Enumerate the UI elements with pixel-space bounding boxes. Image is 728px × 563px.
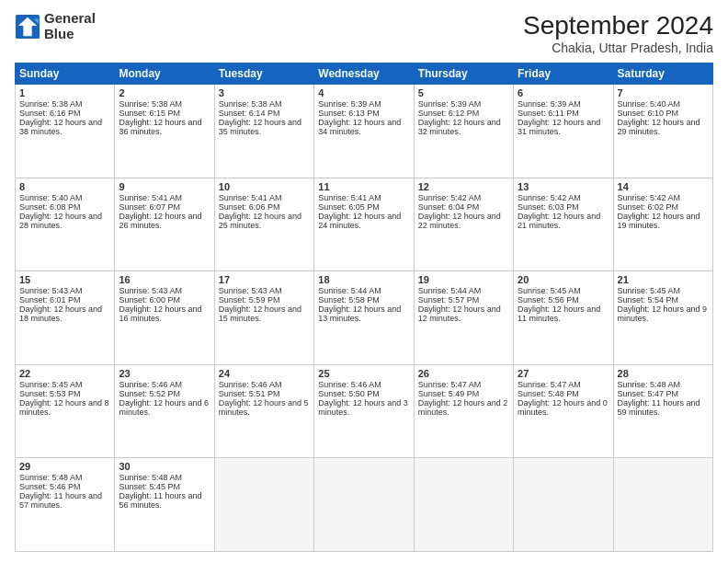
col-saturday: Saturday [613, 63, 712, 85]
sunset-text: Sunset: 6:11 PM [518, 109, 579, 118]
day-cell-10: 10 Sunrise: 5:41 AM Sunset: 6:06 PM Dayl… [214, 178, 313, 271]
day-cell-4: 4 Sunrise: 5:39 AM Sunset: 6:13 PM Dayli… [314, 85, 414, 178]
daylight-text: Daylight: 12 hours and 11 minutes. [518, 304, 600, 323]
day-number: 1 [19, 87, 110, 98]
sunset-text: Sunset: 6:13 PM [318, 109, 380, 118]
daylight-text: Daylight: 12 hours and 32 minutes. [418, 118, 501, 136]
day-number: 30 [119, 461, 210, 472]
day-cell-30: 30 Sunrise: 5:48 AM Sunset: 5:45 PM Dayl… [115, 458, 214, 552]
day-cell-26: 26 Sunrise: 5:47 AM Sunset: 5:49 PM Dayl… [414, 364, 513, 458]
daylight-text: Daylight: 12 hours and 0 minutes. [518, 398, 608, 417]
day-cell-11: 11 Sunrise: 5:41 AM Sunset: 6:05 PM Dayl… [314, 178, 414, 271]
day-number: 14 [618, 181, 709, 192]
day-number: 13 [518, 181, 609, 192]
daylight-text: Daylight: 12 hours and 8 minutes. [19, 398, 109, 417]
title-block: September 2024 Chakia, Uttar Pradesh, In… [523, 11, 713, 55]
sunrise-text: Sunrise: 5:41 AM [318, 193, 381, 202]
daylight-text: Daylight: 12 hours and 24 minutes. [318, 212, 401, 230]
sunrise-text: Sunrise: 5:41 AM [219, 193, 282, 202]
sunrise-text: Sunrise: 5:44 AM [318, 286, 381, 295]
calendar-week-3: 15 Sunrise: 5:43 AM Sunset: 6:01 PM Dayl… [16, 271, 713, 365]
daylight-text: Daylight: 12 hours and 12 minutes. [418, 304, 501, 323]
day-cell-9: 9 Sunrise: 5:41 AM Sunset: 6:07 PM Dayli… [115, 178, 214, 271]
day-cell-21: 21 Sunrise: 5:45 AM Sunset: 5:54 PM Dayl… [613, 271, 712, 365]
daylight-text: Daylight: 12 hours and 35 minutes. [219, 118, 301, 136]
day-cell-24: 24 Sunrise: 5:46 AM Sunset: 5:51 PM Dayl… [214, 364, 313, 458]
sunset-text: Sunset: 6:04 PM [418, 202, 480, 212]
daylight-text: Daylight: 12 hours and 21 minutes. [518, 212, 600, 230]
sunset-text: Sunset: 6:10 PM [618, 109, 679, 118]
header: General Blue September 2024 Chakia, Utta… [15, 11, 713, 55]
sunrise-text: Sunrise: 5:43 AM [119, 286, 182, 295]
day-cell-25: 25 Sunrise: 5:46 AM Sunset: 5:50 PM Dayl… [314, 364, 414, 458]
empty-cell [314, 458, 414, 552]
sunset-text: Sunset: 6:12 PM [418, 109, 480, 118]
sunset-text: Sunset: 5:54 PM [618, 295, 679, 304]
day-cell-1: 1 Sunrise: 5:38 AM Sunset: 6:16 PM Dayli… [16, 85, 115, 178]
col-thursday: Thursday [414, 63, 513, 85]
sunset-text: Sunset: 5:45 PM [119, 482, 180, 491]
daylight-text: Daylight: 11 hours and 59 minutes. [618, 398, 700, 417]
day-number: 16 [119, 274, 210, 285]
sunset-text: Sunset: 6:14 PM [219, 109, 280, 118]
sunrise-text: Sunrise: 5:40 AM [618, 99, 681, 109]
sunrise-text: Sunrise: 5:42 AM [618, 193, 681, 202]
day-number: 12 [418, 181, 509, 192]
daylight-text: Daylight: 12 hours and 38 minutes. [19, 118, 102, 136]
sunrise-text: Sunrise: 5:46 AM [219, 380, 282, 389]
day-cell-12: 12 Sunrise: 5:42 AM Sunset: 6:04 PM Dayl… [414, 178, 513, 271]
day-cell-16: 16 Sunrise: 5:43 AM Sunset: 6:00 PM Dayl… [115, 271, 214, 365]
empty-cell [214, 458, 313, 552]
day-cell-7: 7 Sunrise: 5:40 AM Sunset: 6:10 PM Dayli… [613, 85, 712, 178]
logo-line1: General [44, 11, 96, 27]
day-cell-27: 27 Sunrise: 5:47 AM Sunset: 5:48 PM Dayl… [514, 364, 613, 458]
day-number: 10 [219, 181, 310, 192]
daylight-text: Daylight: 12 hours and 15 minutes. [219, 304, 301, 323]
daylight-text: Daylight: 11 hours and 56 minutes. [119, 491, 201, 510]
calendar-week-4: 22 Sunrise: 5:45 AM Sunset: 5:53 PM Dayl… [16, 364, 713, 458]
sunset-text: Sunset: 6:16 PM [19, 109, 81, 118]
day-number: 3 [219, 87, 310, 98]
sunset-text: Sunset: 6:00 PM [119, 295, 180, 304]
day-cell-3: 3 Sunrise: 5:38 AM Sunset: 6:14 PM Dayli… [214, 85, 313, 178]
day-cell-18: 18 Sunrise: 5:44 AM Sunset: 5:58 PM Dayl… [314, 271, 414, 365]
page: General Blue September 2024 Chakia, Utta… [0, 0, 728, 563]
day-number: 26 [418, 368, 509, 379]
daylight-text: Daylight: 12 hours and 28 minutes. [19, 212, 102, 230]
calendar-week-1: 1 Sunrise: 5:38 AM Sunset: 6:16 PM Dayli… [16, 85, 713, 178]
sunset-text: Sunset: 6:15 PM [119, 109, 180, 118]
sunrise-text: Sunrise: 5:38 AM [119, 99, 182, 109]
weekday-header-row: Sunday Monday Tuesday Wednesday Thursday… [16, 63, 713, 85]
daylight-text: Daylight: 12 hours and 5 minutes. [219, 398, 309, 417]
day-number: 15 [19, 274, 110, 285]
day-cell-6: 6 Sunrise: 5:39 AM Sunset: 6:11 PM Dayli… [514, 85, 613, 178]
daylight-text: Daylight: 12 hours and 31 minutes. [518, 118, 600, 136]
day-cell-13: 13 Sunrise: 5:42 AM Sunset: 6:03 PM Dayl… [514, 178, 613, 271]
sunrise-text: Sunrise: 5:38 AM [219, 99, 282, 109]
sunrise-text: Sunrise: 5:40 AM [19, 193, 83, 202]
sunset-text: Sunset: 5:58 PM [318, 295, 380, 304]
daylight-text: Daylight: 12 hours and 13 minutes. [318, 304, 401, 323]
day-number: 19 [418, 274, 509, 285]
daylight-text: Daylight: 12 hours and 16 minutes. [119, 304, 201, 323]
sunset-text: Sunset: 5:49 PM [418, 389, 480, 398]
day-number: 28 [618, 368, 709, 379]
sunset-text: Sunset: 5:57 PM [418, 295, 480, 304]
sunrise-text: Sunrise: 5:43 AM [219, 286, 282, 295]
sunset-text: Sunset: 5:48 PM [518, 389, 579, 398]
day-number: 22 [19, 368, 110, 379]
daylight-text: Daylight: 12 hours and 25 minutes. [219, 212, 301, 230]
sunrise-text: Sunrise: 5:43 AM [19, 286, 83, 295]
sunrise-text: Sunrise: 5:45 AM [19, 380, 83, 389]
logo-line2: Blue [44, 27, 96, 42]
daylight-text: Daylight: 12 hours and 2 minutes. [418, 398, 508, 417]
sunset-text: Sunset: 6:07 PM [119, 202, 180, 212]
day-number: 17 [219, 274, 310, 285]
day-cell-5: 5 Sunrise: 5:39 AM Sunset: 6:12 PM Dayli… [414, 85, 513, 178]
daylight-text: Daylight: 12 hours and 9 minutes. [618, 304, 708, 323]
day-cell-22: 22 Sunrise: 5:45 AM Sunset: 5:53 PM Dayl… [16, 364, 115, 458]
day-number: 25 [318, 368, 409, 379]
day-cell-17: 17 Sunrise: 5:43 AM Sunset: 5:59 PM Dayl… [214, 271, 313, 365]
sunrise-text: Sunrise: 5:47 AM [518, 380, 581, 389]
day-cell-29: 29 Sunrise: 5:48 AM Sunset: 5:46 PM Dayl… [16, 458, 115, 552]
